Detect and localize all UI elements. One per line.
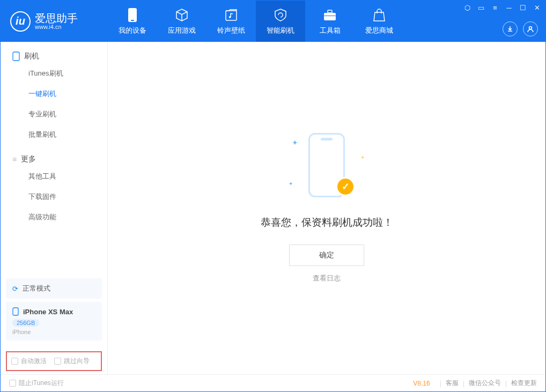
- tab-my-device[interactable]: 我的设备: [108, 1, 157, 42]
- success-graphic: ✦ ✦ ✦ ✓: [292, 133, 361, 203]
- titlebar-controls: ⬡ ▭ ≡ ─ ☐ ✕: [463, 4, 541, 12]
- auto-activate-checkbox[interactable]: 自动激活: [11, 357, 47, 366]
- tab-flash[interactable]: 智能刷机: [256, 1, 305, 42]
- svg-rect-2: [226, 11, 237, 20]
- logo-area: iu 爱思助手 www.i4.cn: [1, 11, 108, 32]
- sparkle-icon: ✦: [292, 138, 298, 147]
- note-icon[interactable]: ▭: [477, 4, 485, 12]
- sidebar-item-oneclick-flash[interactable]: 一键刷机: [28, 84, 107, 104]
- tab-store[interactable]: 爱思商城: [355, 1, 404, 42]
- menu-icon[interactable]: ≡: [491, 4, 499, 12]
- sparkle-icon: ✦: [289, 181, 293, 187]
- svg-rect-6: [324, 16, 336, 16]
- phone-outline-icon: [12, 51, 20, 61]
- tab-label: 智能刷机: [267, 26, 294, 35]
- tab-label: 应用游戏: [168, 26, 196, 35]
- footer: 阻止iTunes运行 V8.16 | 客服 | 微信公众号 | 检查更新: [1, 374, 545, 391]
- shirt-icon[interactable]: ⬡: [463, 4, 471, 12]
- refresh-shield-icon: [273, 8, 288, 23]
- tab-toolbox[interactable]: 工具箱: [305, 1, 355, 42]
- download-button[interactable]: [503, 21, 518, 36]
- sidebar-section-flash: 刷机: [1, 42, 107, 63]
- device-mode-card[interactable]: ⟳ 正常模式: [6, 278, 102, 299]
- sidebar-section-more: ≡ 更多: [1, 145, 107, 166]
- tab-label: 爱思商城: [365, 26, 393, 35]
- close-button[interactable]: ✕: [533, 4, 541, 12]
- tab-apps[interactable]: 应用游戏: [157, 1, 206, 42]
- sidebar-item-pro-flash[interactable]: 专业刷机: [28, 104, 107, 124]
- check-badge-icon: ✓: [336, 177, 355, 196]
- header-right-buttons: [503, 21, 538, 36]
- app-url: www.i4.cn: [35, 24, 78, 30]
- check-update-link[interactable]: 检查更新: [511, 379, 537, 388]
- checkbox-icon: [11, 358, 18, 365]
- device-name-label: iPhone XS Max: [23, 308, 73, 316]
- svg-point-7: [529, 27, 532, 29]
- svg-point-3: [229, 16, 231, 18]
- cube-icon: [174, 8, 189, 23]
- app-logo-icon: iu: [10, 11, 31, 32]
- sidebar-item-other-tools[interactable]: 其他工具: [28, 166, 107, 187]
- maximize-button[interactable]: ☐: [519, 4, 527, 12]
- block-itunes-checkbox[interactable]: 阻止iTunes运行: [9, 379, 64, 388]
- sidebar-item-advanced[interactable]: 高级功能: [28, 207, 107, 227]
- checkbox-icon: [54, 358, 61, 365]
- sync-icon: ⟳: [12, 285, 18, 293]
- phone-icon: [125, 8, 140, 23]
- toolbox-icon: [322, 8, 337, 23]
- sidebar-item-download-firmware[interactable]: 下载固件: [28, 187, 107, 207]
- list-icon: ≡: [12, 155, 17, 164]
- svg-rect-9: [13, 308, 18, 315]
- svg-rect-5: [328, 10, 332, 13]
- svg-rect-4: [324, 13, 336, 20]
- minimize-button[interactable]: ─: [505, 4, 513, 12]
- success-message: 恭喜您，保资料刷机成功啦！: [261, 216, 393, 230]
- device-storage-pill: 256GB: [12, 319, 39, 327]
- device-mode-label: 正常模式: [23, 284, 50, 293]
- sidebar-item-itunes-flash[interactable]: iTunes刷机: [28, 63, 107, 84]
- device-type-label: iPhone: [12, 329, 31, 335]
- device-panel: ⟳ 正常模式 iPhone XS Max 256GB iPhone: [6, 278, 102, 344]
- tab-label: 铃声壁纸: [217, 26, 245, 35]
- main-content: ✦ ✦ ✦ ✓ 恭喜您，保资料刷机成功啦！ 确定 查看日志: [108, 42, 545, 374]
- app-name: 爱思助手: [35, 13, 78, 24]
- sidebar: 刷机 iTunes刷机 一键刷机 专业刷机 批量刷机 ≡ 更多 其他工具 下载固…: [1, 42, 108, 374]
- version-label: V8.16: [413, 380, 430, 387]
- highlighted-checkbox-row: 自动激活 跳过向导: [6, 351, 102, 371]
- sparkle-icon: ✦: [360, 154, 365, 160]
- device-info-card[interactable]: iPhone XS Max 256GB iPhone: [6, 302, 102, 341]
- music-folder-icon: [224, 8, 239, 23]
- svg-rect-1: [131, 20, 134, 21]
- ok-button[interactable]: 确定: [289, 245, 364, 266]
- tab-ringtones[interactable]: 铃声壁纸: [206, 1, 256, 42]
- main-tabs: 我的设备 应用游戏 铃声壁纸 智能刷机 工具箱 爱思商城: [108, 1, 404, 42]
- support-link[interactable]: 客服: [446, 379, 459, 388]
- user-button[interactable]: [523, 21, 538, 36]
- checkbox-icon: [9, 380, 16, 387]
- wechat-link[interactable]: 微信公众号: [469, 379, 501, 388]
- app-header: iu 爱思助手 www.i4.cn 我的设备 应用游戏 铃声壁纸 智能刷机 工具…: [1, 1, 545, 42]
- svg-rect-8: [13, 52, 19, 61]
- sidebar-item-batch-flash[interactable]: 批量刷机: [28, 124, 107, 145]
- tab-label: 工具箱: [320, 26, 341, 35]
- view-log-link[interactable]: 查看日志: [313, 273, 341, 283]
- tab-label: 我的设备: [119, 26, 146, 35]
- bag-icon: [372, 8, 387, 23]
- phone-small-icon: [12, 307, 19, 316]
- skip-guide-checkbox[interactable]: 跳过向导: [54, 357, 90, 366]
